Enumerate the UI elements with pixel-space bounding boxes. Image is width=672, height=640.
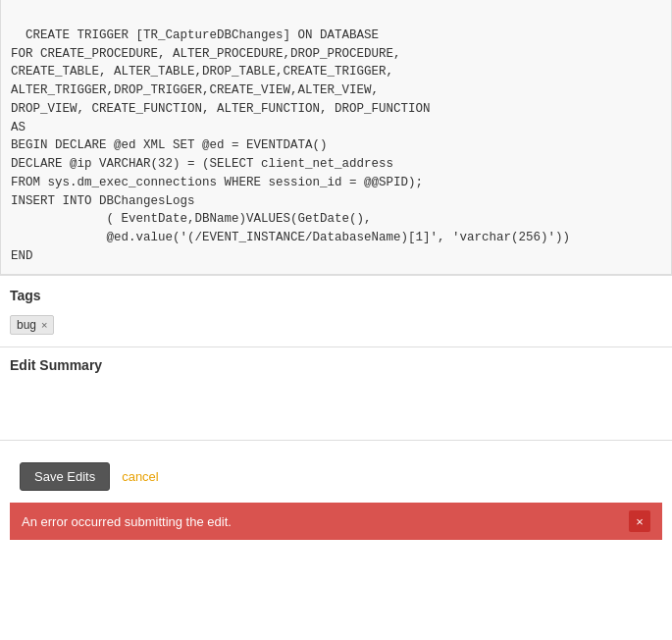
error-banner: An error occurred submitting the edit. × bbox=[10, 503, 662, 540]
error-message: An error occurred submitting the edit. bbox=[22, 514, 232, 529]
save-edits-button[interactable]: Save Edits bbox=[20, 462, 110, 491]
edit-summary-title: Edit Summary bbox=[10, 357, 662, 373]
edit-summary-input[interactable] bbox=[10, 379, 662, 433]
code-editor[interactable]: CREATE TRIGGER [TR_CaptureDBChanges] ON … bbox=[0, 0, 672, 275]
cancel-link[interactable]: cancel bbox=[122, 469, 159, 484]
tags-title: Tags bbox=[10, 288, 662, 303]
tags-section: Tags bug × bbox=[0, 275, 672, 347]
tag-bug: bug × bbox=[10, 315, 54, 335]
error-close-button[interactable]: × bbox=[629, 510, 650, 532]
tag-label: bug bbox=[17, 318, 36, 332]
actions-section: Save Edits cancel An error occurred subm… bbox=[0, 440, 672, 550]
tags-container: bug × bbox=[10, 311, 662, 339]
actions-container: Save Edits cancel bbox=[10, 451, 662, 503]
edit-summary-section: Edit Summary bbox=[0, 347, 672, 440]
tag-remove-icon[interactable]: × bbox=[41, 320, 47, 331]
code-content: CREATE TRIGGER [TR_CaptureDBChanges] ON … bbox=[11, 28, 570, 263]
